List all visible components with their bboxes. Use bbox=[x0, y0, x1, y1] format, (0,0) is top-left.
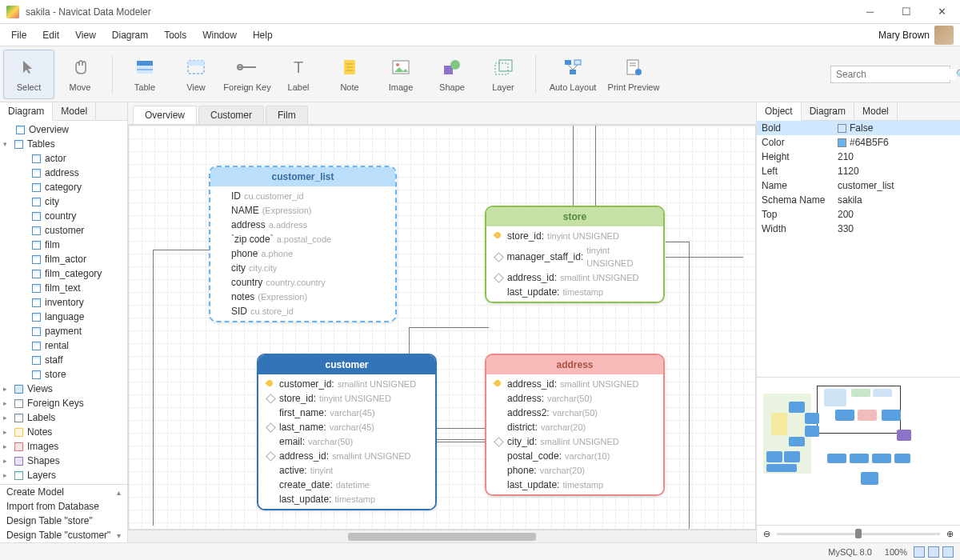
tree-overview[interactable]: Overview bbox=[0, 122, 127, 137]
horizontal-scrollbar[interactable] bbox=[128, 530, 756, 542]
tool-view[interactable]: View bbox=[170, 50, 222, 99]
search-input[interactable] bbox=[836, 69, 956, 80]
left-tab-model[interactable]: Model bbox=[53, 102, 96, 120]
canvas-tab-customer[interactable]: Customer bbox=[198, 106, 264, 124]
tree-group-notes[interactable]: ▸Notes bbox=[0, 425, 127, 439]
tool-printpreview[interactable]: Print Preview bbox=[603, 50, 664, 99]
color-swatch[interactable] bbox=[838, 138, 846, 147]
column-row[interactable]: IDcu.customer_id bbox=[210, 189, 395, 203]
entity-store[interactable]: store store_id:tinyint UNSIGNEDmanager_s… bbox=[485, 206, 665, 303]
column-row[interactable]: email:varchar(50) bbox=[258, 434, 435, 449]
prop-top[interactable]: Top200 bbox=[757, 207, 960, 222]
tree-table-payment[interactable]: payment bbox=[0, 324, 127, 338]
toolbar-search[interactable]: 🔍 bbox=[830, 66, 950, 83]
action-import-db[interactable]: Import from Database bbox=[0, 499, 127, 514]
canvas[interactable]: customer_list IDcu.customer_idNAME(Expre… bbox=[128, 125, 756, 530]
tree-table-film_text[interactable]: film_text bbox=[0, 281, 127, 295]
menu-file[interactable]: File bbox=[3, 26, 34, 44]
menu-help[interactable]: Help bbox=[245, 26, 281, 44]
column-row[interactable]: citycity.city bbox=[210, 261, 395, 275]
tool-note[interactable]: Note bbox=[324, 50, 375, 99]
column-row[interactable]: SIDcu.store_id bbox=[210, 304, 395, 318]
column-row[interactable]: store_id:tinyint UNSIGNED bbox=[486, 229, 663, 243]
prop-width[interactable]: Width330 bbox=[757, 222, 960, 236]
menu-window[interactable]: Window bbox=[194, 26, 245, 44]
menu-tools[interactable]: Tools bbox=[156, 26, 194, 44]
tree-table-country[interactable]: country bbox=[0, 209, 127, 223]
tool-layer[interactable]: Layer bbox=[478, 50, 529, 99]
close-button[interactable]: ✕ bbox=[924, 0, 960, 24]
zoom-out-icon[interactable]: ⊖ bbox=[763, 529, 770, 539]
tool-table[interactable]: Table bbox=[119, 50, 170, 99]
tree-table-staff[interactable]: staff bbox=[0, 353, 127, 367]
left-tab-diagram[interactable]: Diagram bbox=[0, 102, 53, 121]
tool-label[interactable]: T Label bbox=[273, 50, 324, 99]
tree-table-city[interactable]: city bbox=[0, 194, 127, 209]
entity-address[interactable]: address address_id:smallint UNSIGNEDaddr… bbox=[485, 354, 665, 496]
column-row[interactable]: last_update:timestamp bbox=[486, 285, 663, 299]
menu-view[interactable]: View bbox=[67, 26, 104, 44]
tree-table-actor[interactable]: actor bbox=[0, 151, 127, 166]
canvas-tab-overview[interactable]: Overview bbox=[133, 106, 197, 124]
column-row[interactable]: store_id:tinyint UNSIGNED bbox=[258, 391, 435, 406]
prop-height[interactable]: Height210 bbox=[757, 150, 960, 164]
right-tab-diagram[interactable]: Diagram bbox=[802, 102, 854, 120]
tree-table-customer[interactable]: customer bbox=[0, 223, 127, 238]
column-row[interactable]: NAME(Expression) bbox=[210, 203, 395, 218]
tree-table-category[interactable]: category bbox=[0, 180, 127, 194]
column-row[interactable]: address2:varchar(50) bbox=[486, 406, 663, 420]
column-row[interactable]: addressa.address bbox=[210, 218, 395, 232]
prop-color[interactable]: Color#64B5F6 bbox=[757, 135, 960, 150]
checkbox-icon[interactable] bbox=[838, 124, 846, 133]
action-create-model[interactable]: Create Model▴ bbox=[0, 485, 127, 499]
column-row[interactable]: phone:varchar(20) bbox=[486, 463, 663, 478]
tree-table-film[interactable]: film bbox=[0, 238, 127, 252]
column-row[interactable]: address_id:smallint UNSIGNED bbox=[258, 449, 435, 463]
action-design-customer[interactable]: Design Table "customer"▾ bbox=[0, 528, 127, 542]
tree-group-labels[interactable]: ▸Labels bbox=[0, 410, 127, 425]
tool-fk[interactable]: Foreign Key bbox=[222, 50, 273, 99]
column-row[interactable]: countrycountry.country bbox=[210, 275, 395, 290]
canvas-tab-film[interactable]: Film bbox=[266, 106, 308, 124]
minimap[interactable] bbox=[757, 377, 960, 525]
column-row[interactable]: phonea.phone bbox=[210, 246, 395, 261]
prop-left[interactable]: Left1120 bbox=[757, 164, 960, 178]
layout-icon-1[interactable] bbox=[914, 546, 925, 558]
column-row[interactable]: create_date:datetime bbox=[258, 478, 435, 492]
column-row[interactable]: `zip code`a.postal_code bbox=[210, 232, 395, 246]
menu-diagram[interactable]: Diagram bbox=[104, 26, 156, 44]
tree-group-layers[interactable]: ▸Layers bbox=[0, 468, 127, 482]
zoom-in-icon[interactable]: ⊕ bbox=[946, 529, 954, 539]
tree-group-views[interactable]: ▸Views bbox=[0, 382, 127, 396]
tree-table-language[interactable]: language bbox=[0, 310, 127, 324]
tree[interactable]: Overview ▾Tables actoraddresscategorycit… bbox=[0, 121, 127, 484]
prop-name[interactable]: Namecustomer_list bbox=[757, 178, 960, 193]
layout-icon-3[interactable] bbox=[942, 546, 954, 558]
tree-tables[interactable]: ▾Tables bbox=[0, 137, 127, 151]
column-row[interactable]: address_id:smallint UNSIGNED bbox=[486, 270, 663, 285]
column-row[interactable]: last_update:timestamp bbox=[258, 492, 435, 506]
tool-autolayout[interactable]: Auto Layout bbox=[542, 50, 603, 99]
tree-group-shapes[interactable]: ▸Shapes bbox=[0, 454, 127, 468]
user-name[interactable]: Mary Brown bbox=[878, 30, 934, 41]
tool-move[interactable]: Move bbox=[54, 50, 106, 99]
right-tab-model[interactable]: Model bbox=[854, 102, 898, 120]
column-row[interactable]: address_id:smallint UNSIGNED bbox=[486, 377, 663, 391]
avatar[interactable] bbox=[934, 26, 954, 45]
tree-table-inventory[interactable]: inventory bbox=[0, 295, 127, 310]
tree-table-store[interactable]: store bbox=[0, 367, 127, 382]
entity-customer[interactable]: customer customer_id:smallint UNSIGNEDst… bbox=[257, 354, 437, 510]
column-row[interactable]: active:tinyint bbox=[258, 463, 435, 478]
tree-table-rental[interactable]: rental bbox=[0, 338, 127, 353]
tree-group-images[interactable]: ▸Images bbox=[0, 439, 127, 454]
tool-select[interactable]: Select bbox=[3, 50, 54, 99]
tool-shape[interactable]: Shape bbox=[426, 50, 478, 99]
column-row[interactable]: postal_code:varchar(10) bbox=[486, 449, 663, 463]
maximize-button[interactable]: ☐ bbox=[888, 0, 924, 24]
right-tab-object[interactable]: Object bbox=[757, 102, 802, 121]
layout-icon-2[interactable] bbox=[928, 546, 939, 558]
tree-table-film_actor[interactable]: film_actor bbox=[0, 252, 127, 266]
prop-bold[interactable]: BoldFalse bbox=[757, 121, 960, 135]
tree-table-film_category[interactable]: film_category bbox=[0, 266, 127, 281]
column-row[interactable]: district:varchar(20) bbox=[486, 420, 663, 434]
